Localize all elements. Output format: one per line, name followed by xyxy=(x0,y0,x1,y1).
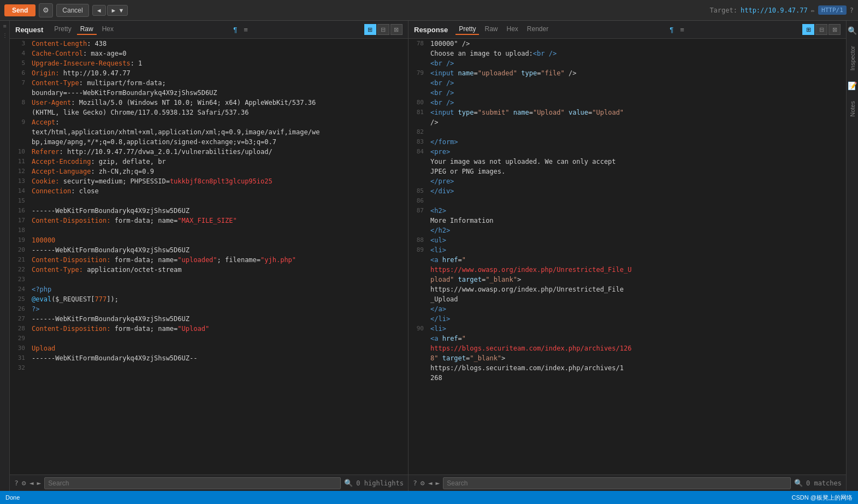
request-search-input[interactable] xyxy=(44,477,341,489)
help-icon[interactable]: ? xyxy=(850,7,854,14)
resp-wrap-btn[interactable]: ¶ xyxy=(667,25,676,35)
tab-render-resp[interactable]: Render xyxy=(524,24,552,35)
response-search-input[interactable] xyxy=(443,477,791,489)
line-content: </h2> xyxy=(428,226,846,235)
line-number xyxy=(409,88,428,98)
horizontal-view-btn[interactable]: ⊠ xyxy=(390,24,403,35)
line-content: Choose an image to upload:<br /> xyxy=(428,49,846,58)
tab-pretty-req[interactable]: Pretty xyxy=(51,24,74,35)
edit-icon[interactable]: ✏ xyxy=(811,7,815,14)
resp-settings-icon[interactable]: ⚙ xyxy=(421,479,425,487)
line-number: 84 xyxy=(409,147,428,157)
line-number: 88 xyxy=(409,235,428,245)
table-row: https://www.owasp.org/index.php/Unrestri… xyxy=(409,284,846,294)
line-content: <br /> xyxy=(428,98,846,108)
sidebar-icon-2[interactable]: ⋮ xyxy=(2,32,8,38)
table-row: 20------WebKitFormBoundarykq4X9zjShsw5D6… xyxy=(10,245,408,255)
table-row: Choose an image to upload:<br /> xyxy=(409,49,846,58)
inspector-label[interactable]: Inspector xyxy=(849,46,856,70)
line-content: <a href=" xyxy=(428,255,846,265)
line-number: 6 xyxy=(10,68,29,78)
line-number: 24 xyxy=(10,284,29,294)
tab-pretty-resp[interactable]: Pretty xyxy=(455,24,479,35)
request-tabs: Pretty Raw Hex xyxy=(51,24,117,35)
tab-hex-req[interactable]: Hex xyxy=(99,24,117,35)
table-row: 85 </div> xyxy=(409,186,846,196)
next-button[interactable]: ► ▼ xyxy=(107,5,128,16)
back-bottom-btn[interactable]: ◄ xyxy=(29,479,34,487)
table-row: (KHTML, like Gecko) Chrome/117.0.5938.13… xyxy=(10,108,408,117)
table-row: _Upload xyxy=(409,294,846,304)
sidebar-icon-1[interactable]: ≡ xyxy=(3,23,6,29)
line-content: <a href=" xyxy=(428,334,846,343)
view-toggle-resp: ⊞ ⊟ ⊠ xyxy=(802,24,841,35)
request-code-area[interactable]: 3Content-Length: 4384Cache-Control: max-… xyxy=(10,39,408,475)
resp-fwd-btn[interactable]: ► xyxy=(435,479,440,487)
line-number: 87 xyxy=(409,206,428,216)
word-wrap-btn[interactable]: ¶ xyxy=(231,25,239,35)
line-content: /> xyxy=(428,117,846,127)
line-content: https://www.owasp.org/index.php/Unrestri… xyxy=(428,265,846,275)
line-content: User-Agent: Mozilla/5.0 (Windows NT 10.0… xyxy=(29,98,408,108)
line-content: <h2> xyxy=(428,206,846,216)
line-content: <br /> xyxy=(428,58,846,68)
resp-help-icon[interactable]: ? xyxy=(413,479,417,487)
target-url: http://10.9.47.77 xyxy=(741,7,808,14)
line-content: (KHTML, like Gecko) Chrome/117.0.5938.13… xyxy=(29,108,408,117)
line-number: 79 xyxy=(409,68,428,78)
help-bottom-icon[interactable]: ? xyxy=(14,479,19,487)
resp-more-btn[interactable]: ≡ xyxy=(678,25,687,35)
table-row: 22Content-Type: application/octet-stream xyxy=(10,265,408,275)
line-number: 27 xyxy=(10,314,29,324)
resp-horiz-btn[interactable]: ⊠ xyxy=(829,24,841,35)
line-number: 11 xyxy=(10,157,29,167)
notes-icon[interactable]: 📝 xyxy=(848,81,857,90)
line-content: bp,image/apng,*/*;q=0.8,application/sign… xyxy=(29,137,408,147)
table-row: </pre> xyxy=(409,176,846,186)
table-row: 81 <input type="submit" name="Upload" va… xyxy=(409,108,846,117)
line-number xyxy=(409,226,428,235)
resp-split-btn[interactable]: ⊞ xyxy=(802,24,814,35)
table-row: https://blogs.securiteam.com/index.php/a… xyxy=(409,343,846,353)
line-content: https://blogs.securiteam.com/index.php/a… xyxy=(428,363,846,373)
line-content: <br /> xyxy=(428,88,846,98)
line-content: <input type="submit" name="Upload" value… xyxy=(428,108,846,117)
resp-search-icon[interactable]: 🔍 xyxy=(794,479,803,487)
line-number: 17 xyxy=(10,216,29,226)
resp-vert-btn[interactable]: ⊟ xyxy=(815,24,827,35)
settings-button[interactable]: ⚙ xyxy=(39,3,53,17)
table-row: boundary=----WebKitFormBoundarykq4X9zjSh… xyxy=(10,88,408,98)
split-view-btn[interactable]: ⊞ xyxy=(364,24,376,35)
tab-raw-resp[interactable]: Raw xyxy=(481,24,501,35)
tab-hex-resp[interactable]: Hex xyxy=(504,24,522,35)
table-row: 78 100000" /> xyxy=(409,39,846,49)
table-row: 13Cookie: security=medium; PHPSESSID=tuk… xyxy=(10,176,408,186)
table-row: 268 xyxy=(409,373,846,383)
table-row: <br /> xyxy=(409,58,846,68)
more-btn[interactable]: ≡ xyxy=(241,25,250,35)
line-content: <li> xyxy=(428,245,846,255)
notes-label[interactable]: Notes xyxy=(849,101,856,117)
vertical-view-btn[interactable]: ⊟ xyxy=(377,24,389,35)
line-content xyxy=(29,226,408,235)
prev-button[interactable]: ◄ xyxy=(92,5,106,16)
inspector-icon[interactable]: 🔍 xyxy=(848,26,857,35)
send-button[interactable]: Send xyxy=(4,4,35,16)
response-code-area[interactable]: 78 100000" /> Choose an image to upload:… xyxy=(409,39,846,475)
tab-raw-req[interactable]: Raw xyxy=(77,24,97,35)
line-number: 85 xyxy=(409,186,428,196)
table-row: 12Accept-Language: zh-CN,zh;q=0.9 xyxy=(10,167,408,176)
line-number: 8 xyxy=(10,98,29,108)
line-number xyxy=(409,304,428,314)
settings-bottom-icon[interactable]: ⚙ xyxy=(22,479,26,487)
fwd-bottom-btn[interactable]: ► xyxy=(37,479,41,487)
table-row: 5Upgrade-Insecure-Requests: 1 xyxy=(10,58,408,68)
search-icon[interactable]: 🔍 xyxy=(344,479,353,487)
line-content: ------WebKitFormBoundarykq4X9zjShsw5D6UZ xyxy=(29,245,408,255)
line-content: Accept: xyxy=(29,117,408,127)
resp-back-btn[interactable]: ◄ xyxy=(428,479,433,487)
cancel-button[interactable]: Cancel xyxy=(56,4,88,17)
table-row: text/html,application/xhtml+xml,applicat… xyxy=(10,127,408,137)
line-content: 100000 xyxy=(29,235,408,245)
line-number: 31 xyxy=(10,353,29,363)
